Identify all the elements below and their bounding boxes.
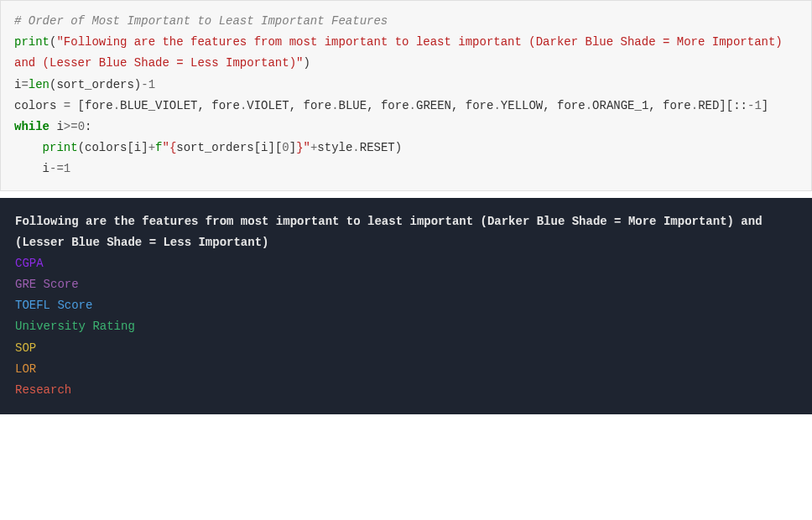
bracket-open: [ [70,99,85,112]
attribute: RESET [360,141,395,154]
identifier: fore [211,99,240,112]
comma: , [543,99,557,112]
operator: - [141,78,148,91]
identifier: i [43,162,49,175]
paren-close: ) [395,141,402,154]
identifier: fore [85,99,113,112]
dot: . [691,99,698,112]
string-quote: " [56,35,63,49]
dot: . [113,99,120,112]
string-quote: " [304,141,310,154]
dot: . [493,99,500,112]
dot: . [352,141,359,154]
output-line-gre: GRE Score [15,278,79,291]
code-cell[interactable]: # Order of Most Important to Least Impor… [0,0,812,191]
paren-open: ( [78,141,85,154]
identifier: sort_orders[i][ [176,141,282,154]
dot: . [409,99,416,112]
output-line-university: University Rating [15,320,135,333]
attribute: RED [698,99,719,112]
output-cell: Following are the features from most imp… [0,198,812,415]
output-line-research: Research [15,383,71,397]
number-literal: 1 [148,78,155,91]
attribute: BLUE_VIOLET [120,99,197,112]
output-line-toefl: TOEFL Score [15,299,92,312]
number-literal: 0 [282,141,289,154]
string-quote: " [162,141,169,154]
code-comment: # Order of Most Important to Least Impor… [14,14,388,28]
output-line-cgpa: CGPA [15,257,44,270]
string-literal: Following are the features from most imp… [14,35,789,70]
comma: , [289,99,304,112]
comma: , [367,99,381,112]
operator: >= [64,120,78,133]
builtin-len: len [29,78,49,91]
paren-close: ) [134,78,141,91]
while-keyword: while [14,120,49,133]
bracket-close: ] [762,99,768,112]
slice-colon: :: [733,99,747,112]
identifier: ] [289,141,296,154]
identifier: fore [663,99,691,112]
output-line-lor: LOR [15,362,36,376]
bracket-close: ][ [719,99,733,112]
dot: . [586,99,592,112]
operator: = [64,99,70,112]
identifier: i [49,120,64,133]
identifier: style [317,141,352,154]
number-literal: 0 [78,120,85,133]
output-header: Following are the features from most imp… [15,215,769,249]
attribute: VIOLET [247,99,289,112]
print-keyword: print [14,35,49,49]
identifier: fore [304,99,332,112]
attribute: YELLOW [501,99,543,112]
attribute: BLUE [339,99,367,112]
paren-close: ) [303,56,310,70]
fstring-brace: } [296,141,303,154]
identifier: fore [381,99,409,112]
attribute: GREEN [416,99,451,112]
dot: . [331,99,338,112]
identifier: fore [557,99,586,112]
identifier: colors[i] [85,141,148,154]
operator: + [148,141,155,154]
attribute: ORANGE_1 [592,99,648,112]
colon: : [85,120,91,133]
comma: , [451,99,466,112]
operator: -= [49,162,64,175]
comma: , [648,99,663,112]
comma: , [197,99,211,112]
number-literal: 1 [64,162,70,175]
identifier: sort_orders [56,78,133,91]
identifier: colors [14,99,64,112]
identifier: fore [466,99,494,112]
operator: = [21,78,28,91]
indent [14,162,43,175]
output-line-sop: SOP [15,341,36,355]
number-literal: 1 [754,99,761,112]
print-keyword: print [43,141,78,154]
indent [14,141,43,154]
